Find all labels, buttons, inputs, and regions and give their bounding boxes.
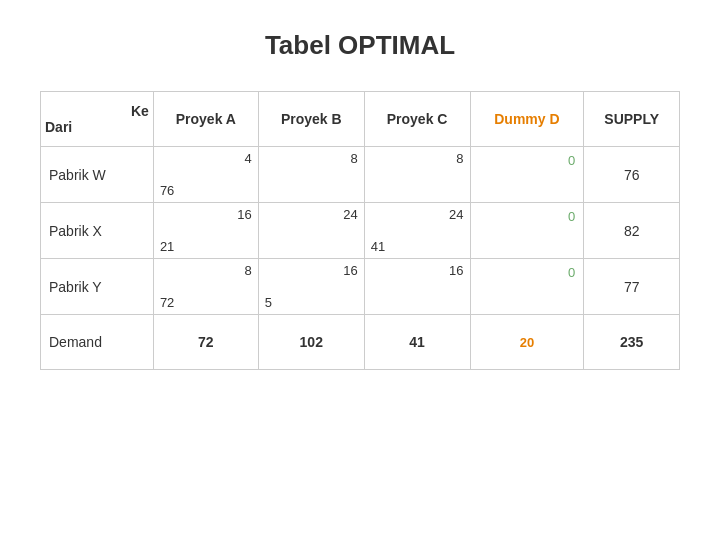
cell-2-2: 16 bbox=[364, 259, 470, 315]
row-label-0: Pabrik W bbox=[41, 147, 154, 203]
cell-1-0: 1621 bbox=[153, 203, 258, 259]
page-title: Tabel OPTIMAL bbox=[265, 30, 455, 61]
header-dummy-d: Dummy D bbox=[470, 92, 584, 147]
dari-label: Dari bbox=[41, 119, 72, 135]
header-proyek-b: Proyek B bbox=[258, 92, 364, 147]
ke-label: Ke bbox=[131, 103, 153, 119]
row-label-1: Pabrik X bbox=[41, 203, 154, 259]
cell-0-0: 476 bbox=[153, 147, 258, 203]
cell-0-1: 8 bbox=[258, 147, 364, 203]
cell-3-1: 102 bbox=[258, 315, 364, 370]
cell-0-4: 76 bbox=[584, 147, 680, 203]
table-row: Demand721024120235 bbox=[41, 315, 680, 370]
cell-3-4: 235 bbox=[584, 315, 680, 370]
cell-2-1: 165 bbox=[258, 259, 364, 315]
cell-2-3: 0 bbox=[470, 259, 584, 315]
row-label-3: Demand bbox=[41, 315, 154, 370]
cell-3-0: 72 bbox=[153, 315, 258, 370]
header-proyek-c: Proyek C bbox=[364, 92, 470, 147]
cell-0-3: 0 bbox=[470, 147, 584, 203]
cell-1-3: 0 bbox=[470, 203, 584, 259]
cell-1-1: 24 bbox=[258, 203, 364, 259]
optimal-table: Ke Dari Proyek A Proyek B Proyek C Dummy… bbox=[40, 91, 680, 370]
row-label-2: Pabrik Y bbox=[41, 259, 154, 315]
cell-1-2: 2441 bbox=[364, 203, 470, 259]
table-row: Pabrik X1621242441082 bbox=[41, 203, 680, 259]
cell-3-3: 20 bbox=[470, 315, 584, 370]
cell-2-4: 77 bbox=[584, 259, 680, 315]
cell-3-2: 41 bbox=[364, 315, 470, 370]
cell-2-0: 872 bbox=[153, 259, 258, 315]
table-row: Pabrik W47688076 bbox=[41, 147, 680, 203]
table-row: Pabrik Y87216516077 bbox=[41, 259, 680, 315]
header-supply: SUPPLY bbox=[584, 92, 680, 147]
cell-0-2: 8 bbox=[364, 147, 470, 203]
cell-1-4: 82 bbox=[584, 203, 680, 259]
header-proyek-a: Proyek A bbox=[153, 92, 258, 147]
header-dari-ke: Ke Dari bbox=[41, 92, 154, 147]
